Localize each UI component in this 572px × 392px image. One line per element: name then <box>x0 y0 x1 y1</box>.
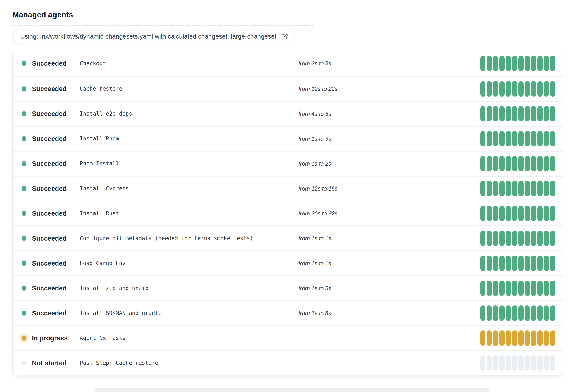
bar-segment <box>499 280 505 296</box>
step-duration: from 1s to 2s <box>299 161 480 167</box>
bar-segment <box>537 106 542 121</box>
bar-segment <box>544 280 549 296</box>
step-name: Install zip and unzip <box>80 285 299 291</box>
agent-step-row[interactable]: Succeeded Install e2e deps from 4s to 5s <box>13 101 563 126</box>
progress-bar <box>480 181 555 196</box>
step-name: Pnpm Install <box>80 161 299 167</box>
status-dot-in-progress-icon <box>21 336 27 341</box>
bar-segment <box>550 256 555 271</box>
bar-segment <box>525 206 530 221</box>
status-label: Succeeded <box>32 210 66 217</box>
bar-segment <box>487 231 492 246</box>
bar-segment <box>512 131 517 146</box>
bar-segment <box>499 256 505 271</box>
step-name: Install SDKMAN and gradle <box>80 310 299 316</box>
bar-segment <box>499 156 505 171</box>
step-name: Install Pnpm <box>80 135 299 142</box>
step-name: Post Step: Cache restore <box>80 360 299 366</box>
status-label: Not started <box>32 359 66 367</box>
bar-segment <box>518 56 524 71</box>
bar-segment <box>518 206 524 221</box>
progress-bar <box>480 156 555 171</box>
status-label: Succeeded <box>32 60 66 67</box>
status-cell: Not started <box>13 359 80 367</box>
bar-segment <box>506 280 511 296</box>
bar-segment <box>525 355 530 371</box>
agent-step-row[interactable]: Succeeded Configure git metadata (needed… <box>13 226 563 250</box>
status-cell: Succeeded <box>13 135 80 143</box>
bar-segment <box>531 231 536 246</box>
bar-segment <box>518 305 524 321</box>
bar-segment <box>493 355 498 371</box>
bar-segment <box>487 181 492 196</box>
bar-segment <box>512 231 517 246</box>
bar-segment <box>518 131 524 146</box>
bar-segment <box>506 106 511 121</box>
bar-segment <box>499 181 505 196</box>
progress-bar <box>480 56 555 71</box>
bar-segment <box>525 305 530 321</box>
progress-bar <box>480 330 555 346</box>
step-duration: from 19s to 22s <box>299 86 480 92</box>
bar-segment <box>480 256 486 271</box>
agent-step-row[interactable]: Not started Post Step: Cache restore <box>13 350 563 375</box>
status-cell: Succeeded <box>13 60 80 67</box>
bar-segment <box>512 280 517 296</box>
agent-step-row[interactable]: In progress Agent Nx Tasks <box>13 325 563 350</box>
status-label: Succeeded <box>32 185 66 192</box>
workflow-badge-link[interactable]: Using: .nx/workflows/dynamic-changesets.… <box>13 29 295 44</box>
agent-step-row[interactable]: Succeeded Checkout from 2s to 5s <box>13 51 563 76</box>
bar-segment <box>480 206 486 221</box>
bar-segment <box>531 280 536 296</box>
progress-bar <box>480 131 555 146</box>
bar-segment <box>518 280 524 296</box>
bar-segment <box>506 56 511 71</box>
bar-segment <box>487 56 492 71</box>
status-cell: Succeeded <box>13 310 80 317</box>
bar-segment <box>550 231 555 246</box>
bar-segment <box>550 106 555 121</box>
bar-segment <box>512 156 517 171</box>
progress-bar <box>480 305 555 321</box>
agent-step-row[interactable]: Succeeded Install SDKMAN and gradle from… <box>13 300 563 325</box>
bar-segment <box>544 156 549 171</box>
progress-bar <box>480 256 555 271</box>
progress-bar <box>480 206 555 221</box>
status-cell: Succeeded <box>13 85 80 93</box>
bar-segment <box>550 131 555 146</box>
step-name: Agent Nx Tasks <box>80 335 299 341</box>
bar-segment <box>506 231 511 246</box>
bar-segment <box>506 330 511 346</box>
agent-step-row[interactable]: Succeeded Pnpm Install from 1s to 2s <box>13 151 563 176</box>
step-duration: from 20s to 32s <box>299 210 480 217</box>
bar-segment <box>480 106 486 121</box>
status-label: Succeeded <box>32 85 66 93</box>
bar-segment <box>480 81 486 97</box>
agent-step-row[interactable]: Succeeded Install Cypress from 12s to 16… <box>13 176 563 200</box>
status-cell: Succeeded <box>13 160 80 167</box>
bar-segment <box>493 330 498 346</box>
bar-segment <box>531 156 536 171</box>
status-label: In progress <box>32 334 68 342</box>
bar-segment <box>480 305 486 321</box>
bar-segment <box>487 206 492 221</box>
bar-segment <box>537 280 542 296</box>
bar-segment <box>550 156 555 171</box>
step-name: Install e2e deps <box>80 111 299 117</box>
bar-segment <box>493 81 498 97</box>
bar-segment <box>525 131 530 146</box>
bar-segment <box>480 131 486 146</box>
bar-segment <box>506 256 511 271</box>
bar-segment <box>499 56 505 71</box>
agent-step-row[interactable]: Succeeded Install Rust from 20s to 32s <box>13 200 563 226</box>
status-label: Succeeded <box>32 235 66 242</box>
bar-segment <box>537 56 542 71</box>
bar-segment <box>525 181 530 196</box>
agent-step-row[interactable]: Succeeded Install Pnpm from 1s to 3s <box>13 126 563 151</box>
bar-segment <box>506 206 511 221</box>
step-name: Install Cypress <box>80 185 299 192</box>
bar-segment <box>544 355 549 371</box>
agent-step-row[interactable]: Succeeded Cache restore from 19s to 22s <box>13 76 563 101</box>
agent-step-row[interactable]: Succeeded Install zip and unzip from 1s … <box>13 275 563 300</box>
agent-step-row[interactable]: Succeeded Load Cargo Env from 1s to 1s <box>13 250 563 275</box>
